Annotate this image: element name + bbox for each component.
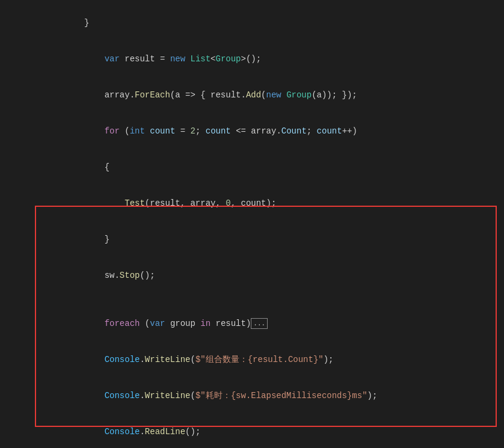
collapsed-indicator[interactable]: ... (251, 318, 268, 329)
line-test-call: Test(result, array, 0, count); (0, 185, 504, 221)
line-blank1 (0, 293, 504, 305)
line-var-result: var result = new List<Group>(); (0, 41, 504, 77)
line-sw-stop: sw.Stop(); (0, 257, 504, 293)
line-array-foreach: array.ForEach(a => { result.Add(new Grou… (0, 77, 504, 113)
line-content: { (31, 149, 504, 185)
line-content: array.ForEach(a => { result.Add(new Grou… (31, 77, 504, 113)
line-content: foreach (var group in result)... (31, 305, 504, 342)
line-content: var result = new List<Group>(); (31, 41, 504, 77)
line-content: for (int count = 2; count <= array.Count… (31, 113, 504, 149)
line-content: Console.ReadLine(); (31, 414, 504, 448)
line-foreach: foreach (var group in result)... (0, 305, 504, 342)
line-top-brace: } (0, 5, 504, 41)
line-close-brace1: } (0, 221, 504, 257)
line-console3: Console.ReadLine(); (0, 414, 504, 448)
line-console1: Console.WriteLine($"组合数量：{result.Count}"… (0, 342, 504, 378)
line-content: } (31, 221, 504, 257)
line-open-brace1: { (0, 149, 504, 185)
line-content: Test(result, array, 0, count); (31, 185, 504, 221)
code-editor: } var result = new List<Group>(); array.… (0, 0, 504, 448)
line-content (31, 293, 504, 305)
line-content: } (31, 5, 504, 41)
line-content: Console.WriteLine($"组合数量：{result.Count}"… (31, 342, 504, 378)
line-content: sw.Stop(); (31, 257, 504, 293)
line-content: Console.WriteLine($"耗时：{sw.ElapsedMillis… (31, 378, 504, 414)
line-for-count: for (int count = 2; count <= array.Count… (0, 113, 504, 149)
line-console2: Console.WriteLine($"耗时：{sw.ElapsedMillis… (0, 378, 504, 414)
